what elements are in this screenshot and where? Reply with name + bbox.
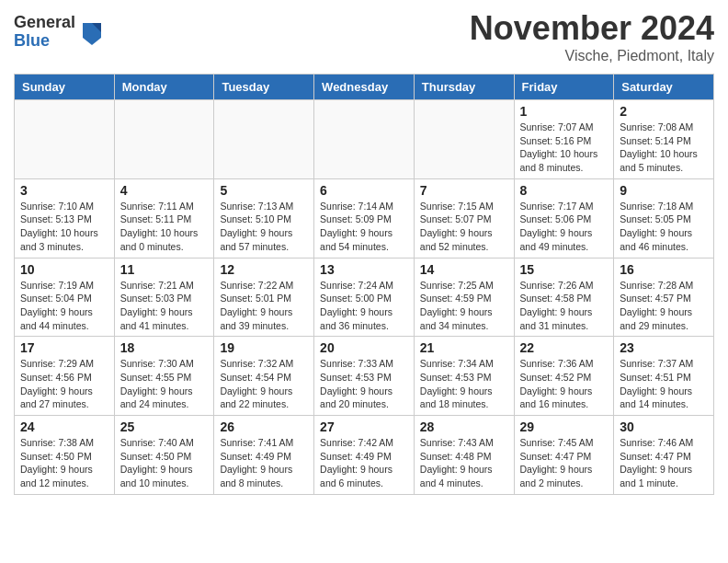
day-info: Sunrise: 7:40 AMSunset: 4:50 PMDaylight:… [120,436,209,490]
title-section: November 2024 Vische, Piedmont, Italy [470,9,714,64]
day-number: 20 [320,340,408,355]
day-info: Sunrise: 7:38 AMSunset: 4:50 PMDaylight:… [20,436,108,490]
table-row: 21Sunrise: 7:34 AMSunset: 4:53 PMDayligh… [414,337,514,416]
table-row [214,100,314,179]
table-row [114,100,214,179]
day-number: 3 [20,183,108,198]
table-row: 27Sunrise: 7:42 AMSunset: 4:49 PMDayligh… [314,416,415,495]
day-info: Sunrise: 7:19 AMSunset: 5:04 PMDaylight:… [20,279,108,333]
table-row: 2Sunrise: 7:08 AMSunset: 5:14 PMDaylight… [614,100,714,179]
table-row: 13Sunrise: 7:24 AMSunset: 5:00 PMDayligh… [314,258,415,337]
day-info: Sunrise: 7:46 AMSunset: 4:47 PMDaylight:… [620,436,708,490]
table-row: 7Sunrise: 7:15 AMSunset: 5:07 PMDaylight… [414,178,514,258]
table-row: 6Sunrise: 7:14 AMSunset: 5:09 PMDaylight… [314,178,415,258]
table-row: 15Sunrise: 7:26 AMSunset: 4:58 PMDayligh… [514,258,614,337]
day-info: Sunrise: 7:42 AMSunset: 4:49 PMDaylight:… [320,436,408,490]
day-number: 29 [520,419,609,434]
day-info: Sunrise: 7:10 AMSunset: 5:13 PMDaylight:… [20,200,108,254]
table-row: 29Sunrise: 7:45 AMSunset: 4:47 PMDayligh… [514,416,614,495]
table-row: 5Sunrise: 7:13 AMSunset: 5:10 PMDaylight… [214,178,314,258]
table-row: 26Sunrise: 7:41 AMSunset: 4:49 PMDayligh… [214,416,314,495]
table-row: 11Sunrise: 7:21 AMSunset: 5:03 PMDayligh… [114,258,214,337]
table-row: 28Sunrise: 7:43 AMSunset: 4:48 PMDayligh… [414,416,514,495]
day-number: 13 [320,262,408,277]
day-info: Sunrise: 7:08 AMSunset: 5:14 PMDaylight:… [620,121,708,175]
logo-text: General Blue [14,14,75,51]
col-wednesday: Wednesday [314,75,415,100]
day-number: 14 [420,262,508,277]
day-number: 16 [620,262,708,277]
day-number: 30 [620,419,708,434]
day-number: 22 [520,340,609,355]
day-number: 28 [420,419,508,434]
table-row: 12Sunrise: 7:22 AMSunset: 5:01 PMDayligh… [214,258,314,337]
col-thursday: Thursday [414,75,514,100]
day-info: Sunrise: 7:32 AMSunset: 4:54 PMDaylight:… [220,357,308,411]
day-info: Sunrise: 7:24 AMSunset: 5:00 PMDaylight:… [320,279,408,333]
day-info: Sunrise: 7:29 AMSunset: 4:56 PMDaylight:… [20,357,108,411]
table-row: 4Sunrise: 7:11 AMSunset: 5:11 PMDaylight… [114,178,214,258]
calendar-week-row: 1Sunrise: 7:07 AMSunset: 5:16 PMDaylight… [15,100,714,179]
day-number: 18 [120,340,209,355]
day-info: Sunrise: 7:07 AMSunset: 5:16 PMDaylight:… [520,121,609,175]
day-info: Sunrise: 7:30 AMSunset: 4:55 PMDaylight:… [120,357,209,411]
day-number: 5 [220,183,308,198]
table-row: 14Sunrise: 7:25 AMSunset: 4:59 PMDayligh… [414,258,514,337]
col-monday: Monday [114,75,214,100]
day-info: Sunrise: 7:43 AMSunset: 4:48 PMDaylight:… [420,436,508,490]
day-info: Sunrise: 7:41 AMSunset: 4:49 PMDaylight:… [220,436,308,490]
table-row: 16Sunrise: 7:28 AMSunset: 4:57 PMDayligh… [614,258,714,337]
day-number: 6 [320,183,408,198]
day-number: 21 [420,340,508,355]
calendar-header-row: Sunday Monday Tuesday Wednesday Thursday… [15,75,714,100]
table-row: 24Sunrise: 7:38 AMSunset: 4:50 PMDayligh… [15,416,115,495]
day-info: Sunrise: 7:34 AMSunset: 4:53 PMDaylight:… [420,357,508,411]
day-info: Sunrise: 7:11 AMSunset: 5:11 PMDaylight:… [120,200,209,254]
day-number: 26 [220,419,308,434]
calendar: Sunday Monday Tuesday Wednesday Thursday… [14,74,714,495]
day-number: 24 [20,419,108,434]
page-header: General Blue November 2024 Vische, Piedm… [14,9,714,64]
table-row: 18Sunrise: 7:30 AMSunset: 4:55 PMDayligh… [114,337,214,416]
logo-blue: Blue [14,32,75,51]
table-row: 19Sunrise: 7:32 AMSunset: 4:54 PMDayligh… [214,337,314,416]
day-info: Sunrise: 7:13 AMSunset: 5:10 PMDaylight:… [220,200,308,254]
table-row: 25Sunrise: 7:40 AMSunset: 4:50 PMDayligh… [114,416,214,495]
day-number: 7 [420,183,508,198]
table-row [15,100,115,179]
day-info: Sunrise: 7:17 AMSunset: 5:06 PMDaylight:… [520,200,609,254]
day-info: Sunrise: 7:33 AMSunset: 4:53 PMDaylight:… [320,357,408,411]
col-saturday: Saturday [614,75,714,100]
table-row: 20Sunrise: 7:33 AMSunset: 4:53 PMDayligh… [314,337,415,416]
day-info: Sunrise: 7:37 AMSunset: 4:51 PMDaylight:… [620,357,708,411]
day-info: Sunrise: 7:28 AMSunset: 4:57 PMDaylight:… [620,279,708,333]
logo: General Blue [14,14,105,51]
col-friday: Friday [514,75,614,100]
day-number: 12 [220,262,308,277]
location: Vische, Piedmont, Italy [470,48,714,64]
table-row: 1Sunrise: 7:07 AMSunset: 5:16 PMDaylight… [514,100,614,179]
col-sunday: Sunday [15,75,115,100]
day-number: 10 [20,262,108,277]
table-row: 10Sunrise: 7:19 AMSunset: 5:04 PMDayligh… [15,258,115,337]
calendar-week-row: 17Sunrise: 7:29 AMSunset: 4:56 PMDayligh… [15,337,714,416]
day-info: Sunrise: 7:26 AMSunset: 4:58 PMDaylight:… [520,279,609,333]
day-number: 8 [520,183,609,198]
day-number: 2 [620,104,708,119]
day-number: 27 [320,419,408,434]
day-number: 11 [120,262,209,277]
day-number: 9 [620,183,708,198]
table-row [314,100,415,179]
day-info: Sunrise: 7:18 AMSunset: 5:05 PMDaylight:… [620,200,708,254]
table-row: 23Sunrise: 7:37 AMSunset: 4:51 PMDayligh… [614,337,714,416]
day-number: 1 [520,104,609,119]
month-title: November 2024 [470,9,714,48]
table-row: 9Sunrise: 7:18 AMSunset: 5:05 PMDaylight… [614,178,714,258]
calendar-week-row: 3Sunrise: 7:10 AMSunset: 5:13 PMDaylight… [15,178,714,258]
day-number: 4 [120,183,209,198]
day-number: 17 [20,340,108,355]
logo-icon [79,19,105,45]
table-row: 30Sunrise: 7:46 AMSunset: 4:47 PMDayligh… [614,416,714,495]
day-info: Sunrise: 7:21 AMSunset: 5:03 PMDaylight:… [120,279,209,333]
day-number: 25 [120,419,209,434]
